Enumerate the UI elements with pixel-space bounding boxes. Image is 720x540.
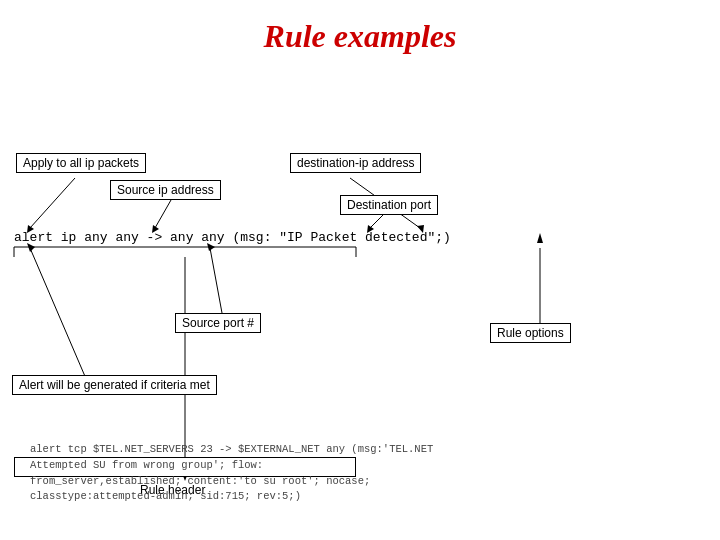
rule-text: alert ip any any -> any any (msg: "IP Pa… xyxy=(14,230,451,245)
apply-to-all-label: Apply to all ip packets xyxy=(16,153,146,173)
source-ip-label: Source ip address xyxy=(110,180,221,200)
destination-ip-label: destination-ip address xyxy=(290,153,421,173)
svg-line-0 xyxy=(30,178,75,228)
svg-line-12 xyxy=(30,248,90,388)
code-block: alert tcp $TEL.NET_SERVERS 23 -> $EXTERN… xyxy=(30,442,433,505)
destination-port-label: Destination port xyxy=(340,195,438,215)
svg-line-8 xyxy=(210,248,222,313)
source-port-label: Source port # xyxy=(175,313,261,333)
page-title: Rule examples xyxy=(0,0,720,55)
rule-options-label: Rule options xyxy=(490,323,571,343)
code-line-4: classtype:attempted-admin; sid:715; rev:… xyxy=(30,489,433,505)
code-line-2: Attempted SU from wrong group'; flow: xyxy=(30,458,433,474)
code-line-3: from_server,established; content:'to su … xyxy=(30,474,433,490)
code-line-1: alert tcp $TEL.NET_SERVERS 23 -> $EXTERN… xyxy=(30,442,433,458)
alert-criteria-label: Alert will be generated if criteria met xyxy=(12,375,217,395)
svg-marker-11 xyxy=(537,233,543,243)
